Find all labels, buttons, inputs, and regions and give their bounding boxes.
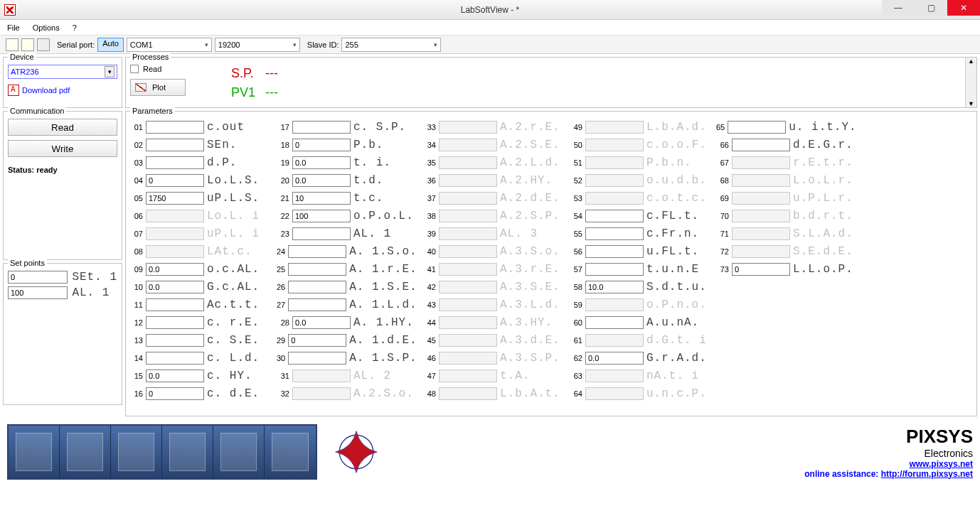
parameter-number: 14 — [130, 354, 143, 362]
parameter-input[interactable] — [292, 121, 351, 134]
parameter-input — [439, 139, 497, 151]
save-icon[interactable] — [21, 38, 34, 51]
auto-button[interactable]: Auto — [97, 38, 124, 52]
parameter-input[interactable] — [585, 281, 644, 293]
parameter-input[interactable] — [146, 139, 204, 151]
parameter-input[interactable] — [146, 121, 204, 134]
write-button[interactable]: Write — [8, 140, 117, 157]
parameter-row: 49L.b.A.d. — [570, 119, 708, 135]
parameter-row: 07uP.L. i — [130, 225, 268, 242]
parameter-input[interactable] — [288, 263, 346, 276]
read-checkbox[interactable] — [130, 65, 139, 73]
parameter-input[interactable] — [146, 370, 204, 382]
parameter-input[interactable] — [585, 210, 644, 222]
parameter-label: c. L.d. — [207, 352, 260, 365]
parameter-row: 55c.Fr.n. — [570, 225, 708, 242]
product-thumb — [9, 426, 60, 478]
parameter-input[interactable] — [292, 156, 351, 169]
product-thumb — [213, 426, 265, 478]
slave-id-combo[interactable]: 255 ▾ — [341, 38, 441, 52]
port-combo[interactable]: COM1 ▾ — [127, 38, 212, 52]
plot-button[interactable]: Plot — [130, 79, 186, 96]
parameter-input[interactable] — [292, 210, 351, 222]
open-icon[interactable] — [6, 38, 18, 51]
assist-url[interactable]: http://forum.pixsys.net — [881, 469, 973, 479]
close-button[interactable]: ✕ — [947, 0, 980, 16]
parameter-label: A.2.S.E. — [500, 139, 560, 151]
parameter-input[interactable] — [292, 174, 351, 187]
baud-combo[interactable]: 19200 ▾ — [215, 38, 300, 52]
scroll-down-icon[interactable]: ▼ — [968, 100, 974, 107]
parameter-input[interactable] — [146, 263, 204, 276]
parameter-input[interactable] — [146, 352, 204, 365]
parameter-input[interactable] — [146, 334, 204, 347]
menu-help[interactable]: ? — [73, 23, 77, 32]
menu-options[interactable]: Options — [33, 23, 60, 32]
parameter-input[interactable] — [146, 174, 204, 187]
parameter-label: t.d. — [353, 174, 383, 187]
parameter-input — [732, 174, 790, 187]
parameter-row: 04Lo.L.S. — [130, 172, 268, 188]
parameter-input — [439, 121, 497, 134]
parameter-input[interactable] — [146, 316, 204, 329]
parameter-input[interactable] — [585, 245, 644, 258]
parameter-input[interactable] — [585, 263, 644, 276]
parameter-input — [439, 387, 497, 400]
parameter-input[interactable] — [728, 121, 786, 134]
parameter-input[interactable] — [732, 139, 790, 151]
window-title: LabSoftView - * — [461, 5, 520, 15]
parameter-input[interactable] — [146, 192, 204, 205]
parameter-label: c.out — [207, 121, 245, 134]
brand-url[interactable]: www.pixsys.net — [909, 459, 973, 469]
parameter-row: 41A.3.r.E. — [423, 261, 561, 277]
parameter-input[interactable] — [585, 316, 644, 329]
parameter-label: G.r.A.d. — [646, 352, 707, 365]
parameter-number: 18 — [277, 141, 289, 149]
parameter-input — [439, 352, 497, 365]
print-icon[interactable] — [37, 38, 50, 51]
maximize-button[interactable]: ▢ — [915, 0, 947, 16]
parameter-input[interactable] — [292, 139, 351, 151]
parameter-label: o.c.AL. — [207, 263, 260, 276]
processes-scrollbar[interactable]: ▲ ▼ — [965, 58, 976, 107]
device-value: ATR236 — [11, 68, 39, 76]
setpoint-input[interactable] — [8, 271, 68, 284]
device-combo[interactable]: ATR236 ▾ — [8, 65, 117, 79]
parameter-label: A.3.r.E. — [500, 263, 560, 276]
processes-legend: Processes — [130, 53, 171, 61]
parameter-input[interactable] — [292, 316, 351, 329]
parameter-label: A. 1.d.E. — [349, 334, 417, 347]
parameter-input[interactable] — [732, 263, 790, 276]
parameter-input — [439, 174, 497, 187]
parameter-input[interactable] — [288, 352, 346, 365]
setpoint-input[interactable] — [8, 286, 68, 299]
parameter-label: u. i.t.Y. — [789, 121, 856, 134]
download-pdf-link[interactable]: Download pdf — [22, 86, 70, 95]
read-button[interactable]: Read — [8, 119, 117, 136]
parameter-input[interactable] — [292, 192, 351, 205]
parameter-input[interactable] — [146, 298, 204, 311]
parameter-input — [439, 370, 497, 382]
parameter-row: 36A.2.HY. — [423, 172, 561, 188]
parameter-input[interactable] — [585, 227, 644, 240]
parameter-input[interactable] — [146, 281, 204, 293]
parameter-input[interactable] — [585, 352, 644, 365]
parameter-label: AL. 3 — [500, 227, 538, 240]
parameter-input[interactable] — [288, 334, 346, 347]
parameter-input[interactable] — [146, 387, 204, 400]
parameter-number: 70 — [716, 212, 729, 220]
parameter-input[interactable] — [288, 281, 346, 293]
chevron-down-icon: ▾ — [105, 66, 114, 77]
parameter-input[interactable] — [292, 227, 351, 240]
minimize-button[interactable]: — — [882, 0, 915, 16]
scroll-up-icon[interactable]: ▲ — [968, 58, 974, 65]
parameter-label: SEn. — [207, 139, 237, 151]
parameter-input[interactable] — [288, 245, 346, 258]
slave-id-label: Slave ID: — [307, 41, 339, 49]
parameter-label: A.2.S.P. — [500, 210, 560, 222]
parameter-input[interactable] — [288, 298, 346, 311]
parameter-label: S.L.A.d. — [793, 227, 853, 240]
parameter-input — [439, 245, 497, 258]
menu-file[interactable]: File — [7, 23, 20, 32]
parameter-input[interactable] — [146, 156, 204, 169]
